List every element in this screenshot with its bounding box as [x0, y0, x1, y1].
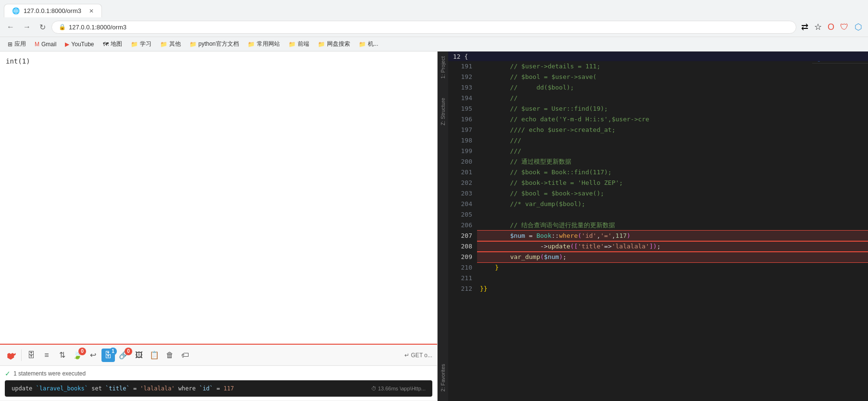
tab-title: 127.0.0.1:8000/orm3: [24, 7, 81, 14]
line-211: 211: [448, 273, 477, 284]
forward-button[interactable]: →: [20, 21, 34, 33]
sql-path: \app\Http...: [400, 386, 426, 391]
code-line-192: // $bool = $user->save(: [477, 72, 868, 82]
folder-icon: 📁: [131, 41, 138, 48]
line-193: 193: [448, 82, 477, 93]
side-tab-favorites[interactable]: 2: Favorites: [438, 359, 448, 396]
sql-box: update `laravel_books` set `title` = 'la…: [5, 380, 432, 397]
code-line-206: // 结合查询语句进行批量的更新数据: [477, 220, 868, 231]
gmail-icon: M: [35, 41, 39, 48]
trash-icon-btn[interactable]: 🗑: [163, 349, 176, 362]
bookmark-maps[interactable]: 🗺 地图: [99, 39, 126, 49]
active-badge: 1: [109, 348, 117, 355]
code-line-203: // $bool = $book->save();: [477, 188, 868, 199]
line-205: 205: [448, 209, 477, 220]
laravel-icon-btn[interactable]: [5, 349, 18, 362]
bookmark-python[interactable]: 📁 python官方文档: [186, 39, 243, 49]
db-icon-btn[interactable]: 🗄: [25, 349, 38, 362]
debug-divider: [21, 349, 22, 361]
youtube-icon: ▶: [65, 41, 69, 48]
translate-icon[interactable]: ⇄: [799, 20, 810, 34]
output-content: int(1): [0, 52, 437, 344]
bookmark-label: 常用网站: [257, 40, 280, 48]
editor-side-tabs: 1: Project Z: Structure 2: Favorites: [438, 52, 448, 401]
back-button[interactable]: ←: [4, 21, 17, 33]
line-207: 207: [448, 231, 477, 241]
link-icon-btn[interactable]: 🔗 0: [117, 349, 130, 362]
browser-tab[interactable]: 🌐 127.0.0.1:8000/orm3 ✕: [4, 4, 102, 17]
code-line-204: //* var_dump($bool);: [477, 199, 868, 209]
line-numbers: 191 192 193 194 195 196 197 198 199 200 …: [448, 61, 477, 401]
code-line-197: //// echo $user->created_at;: [477, 125, 868, 135]
line-194: 194: [448, 93, 477, 103]
address-bar[interactable]: 🔒 127.0.0.1:8000/orm3: [51, 21, 796, 34]
reload-button[interactable]: ↻: [37, 21, 49, 34]
bookmark-label: Gmail: [41, 41, 56, 48]
nav-bar: ← → ↻ 🔒 127.0.0.1:8000/orm3 ⇄ ☆ O 🛡 ⬡: [0, 17, 868, 37]
bookmark-sites[interactable]: 📁 常用网站: [244, 39, 284, 49]
sort-icon-btn[interactable]: ⇅: [55, 349, 69, 362]
line-192: 192: [448, 72, 477, 82]
bookmark-study[interactable]: 📁 学习: [127, 39, 155, 49]
list-icon-btn[interactable]: ≡: [40, 349, 53, 362]
bookmark-frontend[interactable]: 📁 前端: [285, 39, 313, 49]
code-line-201: // $book = Book::find(117);: [477, 167, 868, 178]
bookmark-label: 前端: [298, 40, 309, 48]
bookmark-label: 地图: [111, 40, 122, 48]
extension-icon[interactable]: 🛡: [838, 20, 851, 34]
tag-icon-btn[interactable]: 🏷: [178, 349, 192, 362]
bookmark-netdisk[interactable]: 📁 网盘搜索: [314, 39, 354, 49]
bookmark-label: 其他: [169, 40, 181, 48]
tab-favicon: 🌐: [12, 7, 20, 14]
list-icon: ≡: [44, 351, 49, 360]
sql-time: ⏱ 13.66ms: [371, 386, 398, 391]
leaf-icon-btn[interactable]: 🍃 0: [71, 349, 84, 362]
editor-top-bar: 12 {: [448, 52, 868, 61]
code-line-193: // dd($bool);: [477, 82, 868, 93]
folder-icon: 📁: [189, 41, 197, 48]
lock-icon: 🔒: [59, 24, 66, 30]
db-icon: 🗄: [27, 351, 35, 360]
image-icon-btn[interactable]: 🖼: [132, 349, 146, 362]
opera-icon[interactable]: O: [826, 20, 836, 34]
apps-icon: ⊞: [8, 41, 13, 48]
code-line-191: // $user->details = 111;: [477, 61, 868, 72]
tab-close-icon[interactable]: ✕: [89, 8, 94, 14]
table-icon-btn[interactable]: 📋: [148, 349, 161, 362]
bookmark-apps[interactable]: ⊞ 应用: [4, 39, 30, 49]
folder-icon: 📁: [359, 41, 366, 48]
bookmark-icon[interactable]: ☆: [812, 20, 824, 34]
folder-icon: 📁: [160, 41, 167, 48]
bookmark-label: 学习: [140, 40, 151, 48]
debug-bar: 🗄 ≡ ⇅ 🍃 0 ↩ 🗄 1: [0, 344, 437, 401]
sql-table: `laravel_books`: [36, 385, 88, 392]
code-lines[interactable]: // $user->details = 111; // $bool = $use…: [477, 61, 868, 401]
bookmark-machine[interactable]: 📁 机...: [355, 39, 382, 49]
line-196: 196: [448, 114, 477, 125]
check-icon: ✓: [5, 370, 11, 377]
code-line-212: }}: [477, 284, 868, 294]
line-202: 202: [448, 178, 477, 188]
folder-icon: 📁: [248, 41, 255, 48]
side-tab-structure[interactable]: Z: Structure: [438, 93, 448, 130]
line-200: 200: [448, 156, 477, 167]
sql-where-field: `id`: [199, 385, 213, 392]
code-line-198: ///: [477, 135, 868, 146]
bookmark-youtube[interactable]: ▶ YouTube: [61, 40, 98, 49]
bookmark-label: YouTube: [71, 41, 94, 48]
db-badge: 0: [78, 348, 86, 355]
db-active-btn[interactable]: 🗄 1: [101, 349, 115, 362]
line-191: 191: [448, 61, 477, 72]
bookmark-other[interactable]: 📁 其他: [156, 39, 185, 49]
debug-request-text: ↵ GET o...: [404, 352, 432, 359]
code-line-195: // $user = User::find(19);: [477, 103, 868, 114]
code-line-194: //: [477, 93, 868, 103]
sort-icon: ⇅: [59, 350, 65, 360]
line-201: 201: [448, 167, 477, 178]
debug-toolbar: 🗄 ≡ ⇅ 🍃 0 ↩ 🗄 1: [0, 345, 437, 366]
arrow-icon-btn[interactable]: ↩: [86, 349, 100, 362]
side-tab-project[interactable]: 1: Project: [438, 52, 448, 83]
folder-icon: 📁: [289, 41, 296, 48]
bookmark-gmail[interactable]: M Gmail: [31, 40, 60, 49]
opera2-icon[interactable]: ⬡: [853, 20, 864, 34]
